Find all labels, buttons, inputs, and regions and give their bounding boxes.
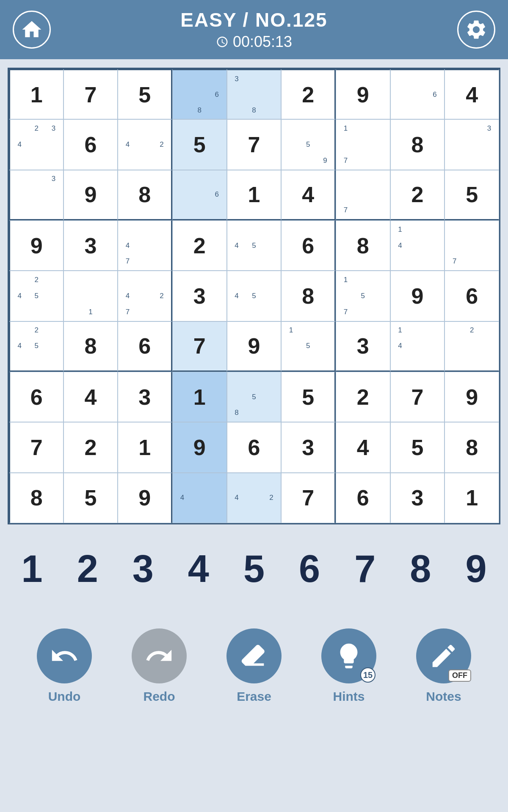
cell-0-6[interactable]: 9	[336, 69, 390, 119]
cell-6-4[interactable]: 58	[227, 372, 282, 422]
cell-4-1[interactable]: 1	[64, 271, 118, 321]
numpad-btn-2[interactable]: 2	[62, 550, 113, 588]
cell-5-1[interactable]: 8	[64, 321, 118, 372]
cell-2-5[interactable]: 4	[281, 170, 336, 220]
cell-2-2[interactable]: 8	[118, 170, 172, 220]
cell-1-5[interactable]: 59	[281, 119, 336, 170]
cell-2-6[interactable]: 7	[336, 170, 390, 220]
home-button[interactable]	[13, 11, 51, 49]
numpad-btn-7[interactable]: 7	[340, 550, 390, 588]
cell-3-6[interactable]: 8	[336, 220, 390, 271]
cell-2-4[interactable]: 1	[227, 170, 282, 220]
cell-7-5[interactable]: 3	[281, 422, 336, 472]
cell-7-7[interactable]: 5	[390, 422, 445, 472]
erase-button[interactable]: Erase	[226, 628, 282, 704]
cell-2-3[interactable]: 6	[172, 170, 227, 220]
cell-5-4[interactable]: 9	[227, 321, 282, 372]
cell-1-3[interactable]: 5	[172, 119, 227, 170]
cell-4-0[interactable]: 245	[9, 271, 64, 321]
cell-5-0[interactable]: 245	[9, 321, 64, 372]
cell-6-5[interactable]: 5	[281, 372, 336, 422]
cell-0-8[interactable]: 4	[444, 69, 499, 119]
cell-8-6[interactable]: 6	[336, 473, 390, 523]
cell-1-1[interactable]: 6	[64, 119, 118, 170]
cell-3-1[interactable]: 3	[64, 220, 118, 271]
cell-2-7[interactable]: 2	[390, 170, 445, 220]
cell-8-2[interactable]: 9	[118, 473, 172, 523]
settings-button[interactable]	[457, 11, 495, 49]
cell-1-4[interactable]: 7	[227, 119, 282, 170]
cell-8-3[interactable]: 4	[172, 473, 227, 523]
cell-8-4[interactable]: 42	[227, 473, 282, 523]
cell-3-0[interactable]: 9	[9, 220, 64, 271]
numpad-btn-4[interactable]: 4	[173, 550, 224, 588]
numpad-btn-3[interactable]: 3	[118, 550, 168, 588]
cell-3-2[interactable]: 47	[118, 220, 172, 271]
sudoku-board[interactable]: 1756838296423464257591783398614725934724…	[8, 68, 500, 524]
cell-1-7[interactable]: 8	[390, 119, 445, 170]
cell-7-6[interactable]: 4	[336, 422, 390, 472]
cell-3-8[interactable]: 7	[444, 220, 499, 271]
cell-0-3[interactable]: 68	[172, 69, 227, 119]
cell-6-0[interactable]: 6	[9, 372, 64, 422]
cell-3-5[interactable]: 6	[281, 220, 336, 271]
cell-5-3[interactable]: 7	[172, 321, 227, 372]
cell-8-7[interactable]: 3	[390, 473, 445, 523]
cell-0-4[interactable]: 38	[227, 69, 282, 119]
hints-button[interactable]: 15 Hints	[321, 628, 376, 704]
cell-4-8[interactable]: 6	[444, 271, 499, 321]
cell-6-6[interactable]: 2	[336, 372, 390, 422]
cell-0-7[interactable]: 6	[390, 69, 445, 119]
cell-5-6[interactable]: 3	[336, 321, 390, 372]
numpad-btn-8[interactable]: 8	[395, 550, 446, 588]
cell-8-8[interactable]: 1	[444, 473, 499, 523]
cell-8-0[interactable]: 8	[9, 473, 64, 523]
cell-2-1[interactable]: 9	[64, 170, 118, 220]
cell-7-3[interactable]: 9	[172, 422, 227, 472]
cell-1-8[interactable]: 3	[444, 119, 499, 170]
cell-6-2[interactable]: 3	[118, 372, 172, 422]
cell-0-1[interactable]: 7	[64, 69, 118, 119]
numpad-btn-9[interactable]: 9	[450, 550, 501, 588]
notes-button[interactable]: OFF Notes	[416, 628, 471, 704]
cell-7-0[interactable]: 7	[9, 422, 64, 472]
cell-4-3[interactable]: 3	[172, 271, 227, 321]
cell-5-2[interactable]: 6	[118, 321, 172, 372]
cell-5-8[interactable]: 2	[444, 321, 499, 372]
numpad-btn-1[interactable]: 1	[7, 550, 58, 588]
undo-button[interactable]: Undo	[37, 628, 92, 704]
cell-7-4[interactable]: 6	[227, 422, 282, 472]
cell-3-7[interactable]: 14	[390, 220, 445, 271]
redo-button[interactable]: Redo	[132, 628, 187, 704]
cell-7-8[interactable]: 8	[444, 422, 499, 472]
cell-1-2[interactable]: 42	[118, 119, 172, 170]
cell-value-7-6: 4	[357, 435, 369, 460]
cell-4-6[interactable]: 157	[336, 271, 390, 321]
cell-6-8[interactable]: 9	[444, 372, 499, 422]
cell-4-7[interactable]: 9	[390, 271, 445, 321]
cell-0-2[interactable]: 5	[118, 69, 172, 119]
cell-7-1[interactable]: 2	[64, 422, 118, 472]
cell-4-4[interactable]: 45	[227, 271, 282, 321]
numpad-btn-5[interactable]: 5	[229, 550, 279, 588]
cell-2-0[interactable]: 3	[9, 170, 64, 220]
cell-3-3[interactable]: 2	[172, 220, 227, 271]
cell-0-0[interactable]: 1	[9, 69, 64, 119]
cell-2-8[interactable]: 5	[444, 170, 499, 220]
cell-3-4[interactable]: 45	[227, 220, 282, 271]
cell-4-2[interactable]: 427	[118, 271, 172, 321]
numpad-btn-6[interactable]: 6	[284, 550, 335, 588]
cell-0-5[interactable]: 2	[281, 69, 336, 119]
cell-5-5[interactable]: 15	[281, 321, 336, 372]
cell-1-0[interactable]: 234	[9, 119, 64, 170]
cell-1-6[interactable]: 17	[336, 119, 390, 170]
cell-7-2[interactable]: 1	[118, 422, 172, 472]
cell-6-1[interactable]: 4	[64, 372, 118, 422]
cell-5-7[interactable]: 14	[390, 321, 445, 372]
cell-6-7[interactable]: 7	[390, 372, 445, 422]
cell-8-1[interactable]: 5	[64, 473, 118, 523]
undo-label: Undo	[48, 689, 81, 704]
cell-6-3[interactable]: 1	[172, 372, 227, 422]
cell-8-5[interactable]: 7	[281, 473, 336, 523]
cell-4-5[interactable]: 8	[281, 271, 336, 321]
